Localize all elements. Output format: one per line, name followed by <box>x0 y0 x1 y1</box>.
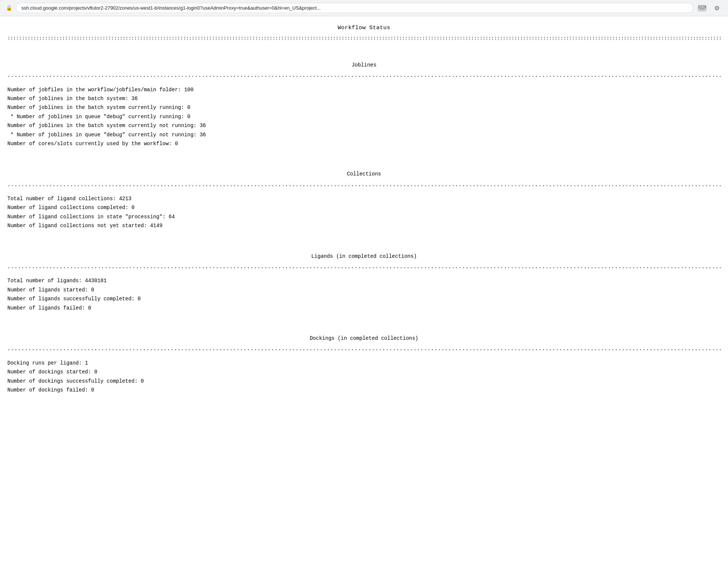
joblines-line-1: Number of jobfiles in the workflow/jobfi… <box>7 86 721 94</box>
dockings-line-3: Number of dockings successfully complete… <box>7 377 721 385</box>
joblines-title: Joblines <box>7 61 721 69</box>
joblines-line-4: * Number of joblines in queue "debug" cu… <box>7 113 721 121</box>
collections-content: Total number of ligand collections: 4213… <box>7 195 721 230</box>
collections-title: Collections <box>7 170 721 178</box>
svg-rect-5 <box>704 6 705 7</box>
joblines-line-5: Number of joblines in the batch system c… <box>7 122 721 130</box>
dockings-section: Dockings (in completed collections) ....… <box>7 323 721 394</box>
collections-line-2: Number of ligand collections completed: … <box>7 204 721 212</box>
joblines-line-6: * Number of joblines in queue "debug" cu… <box>7 131 721 139</box>
svg-rect-11 <box>704 7 705 8</box>
svg-rect-12 <box>705 7 706 8</box>
browser-bar: 🔒 ssh.cloud.google.com/projects/vftutor2… <box>0 0 728 16</box>
header-dotted-line: ::::::::::::::::::::::::::::::::::::::::… <box>7 35 721 42</box>
joblines-line-2: Number of joblines in the batch system: … <box>7 95 721 103</box>
svg-rect-1 <box>699 6 700 7</box>
joblines-content: Number of jobfiles in the workflow/jobfi… <box>7 86 721 148</box>
dockings-line-2: Number of dockings started: 0 <box>7 368 721 376</box>
dockings-title: Dockings (in completed collections) <box>7 334 721 342</box>
svg-rect-8 <box>700 7 701 8</box>
joblines-line-3: Number of joblines in the batch system c… <box>7 103 721 112</box>
collections-line-3: Number of ligand collections in state "p… <box>7 213 721 221</box>
ligands-section: Ligands (in completed collections) .....… <box>7 241 721 312</box>
joblines-line-7: Number of cores/slots currently used by … <box>7 140 721 148</box>
dockings-content: Docking runs per ligand: 1 Number of doc… <box>7 359 721 394</box>
ligands-title: Ligands (in completed collections) <box>7 252 721 260</box>
collections-line-1: Total number of ligand collections: 4213 <box>7 195 721 203</box>
ligands-line-4: Number of ligands failed: 0 <box>7 304 721 312</box>
ligands-line-2: Number of ligands started: 0 <box>7 286 721 294</box>
svg-rect-4 <box>703 6 704 7</box>
browser-icons: ⚙ <box>697 3 722 13</box>
joblines-section: Joblines ...............................… <box>7 50 721 148</box>
terminal-content: Workflow Status ::::::::::::::::::::::::… <box>0 16 728 420</box>
svg-rect-9 <box>701 7 703 8</box>
collections-line-4: Number of ligand collections not yet sta… <box>7 222 721 230</box>
collections-section: Collections ............................… <box>7 159 721 230</box>
svg-rect-7 <box>699 7 700 8</box>
ligands-line-1: Total number of ligands: 4430181 <box>7 277 721 285</box>
dockings-line-4: Number of dockings failed: 0 <box>7 386 721 394</box>
url-bar[interactable]: ssh.cloud.google.com/projects/vftutor2-2… <box>16 3 693 13</box>
dockings-line-1: Docking runs per ligand: 1 <box>7 359 721 367</box>
lock-icon: 🔒 <box>6 5 12 11</box>
ligands-content: Total number of ligands: 4430181 Number … <box>7 277 721 312</box>
dockings-dotted-line: ........................................… <box>7 345 721 353</box>
svg-rect-10 <box>703 7 704 8</box>
ligands-line-3: Number of ligands successfully completed… <box>7 295 721 303</box>
svg-rect-6 <box>705 6 706 7</box>
gear-icon[interactable]: ⚙ <box>712 3 722 13</box>
joblines-dotted-line: ........................................… <box>7 71 721 79</box>
svg-rect-3 <box>701 6 703 7</box>
svg-rect-2 <box>700 6 701 7</box>
keyboard-icon[interactable] <box>697 3 707 13</box>
ligands-dotted-line: ........................................… <box>7 263 721 271</box>
page-title: Workflow Status <box>7 24 721 33</box>
svg-rect-13 <box>700 8 705 9</box>
collections-dotted-line: ........................................… <box>7 181 721 189</box>
